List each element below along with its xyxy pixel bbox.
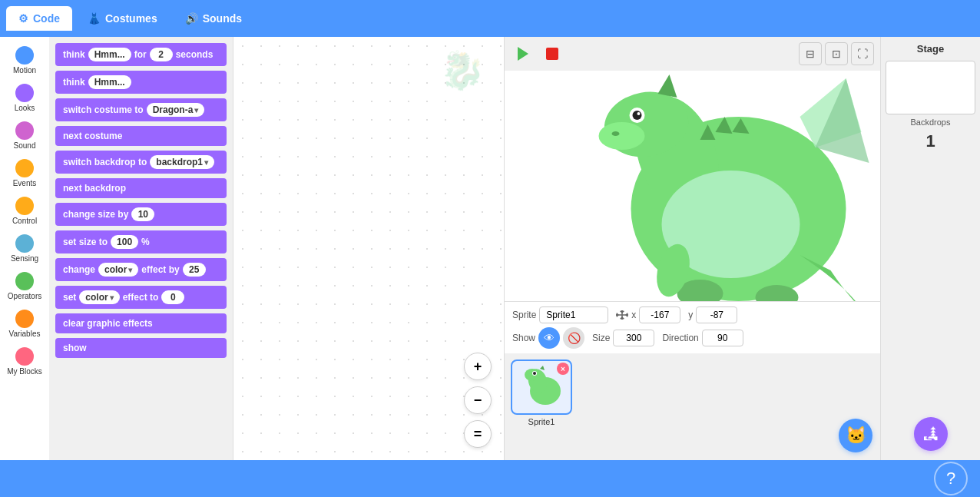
sprite-delete-badge[interactable]: × <box>557 363 569 375</box>
layout-small-button[interactable]: ⊟ <box>799 42 822 65</box>
right-panel: Stage Backdrops 1 🏞 <box>880 37 980 460</box>
block-set-size[interactable]: set size to 100 % <box>55 230 227 253</box>
sprite-info-row: Sprite x <box>512 306 872 323</box>
sidebar-item-events[interactable]: Events <box>2 156 47 191</box>
add-backdrop-area: 🏞 <box>881 417 980 460</box>
stage-canvas <box>505 71 880 301</box>
watermark-dragon-icon: 🐉 <box>439 49 485 92</box>
block-change-size[interactable]: change size by 10 <box>55 203 227 226</box>
svg-marker-32 <box>540 366 545 370</box>
y-coord-section: y <box>688 306 737 323</box>
svg-marker-26 <box>625 313 628 317</box>
events-dot <box>15 159 34 177</box>
sounds-icon: 🔊 <box>185 12 198 25</box>
sidebar-item-operators[interactable]: Operators <box>2 269 47 303</box>
script-area[interactable]: 🐉 🏁 when this sprite clicked go to rando… <box>233 37 504 460</box>
sidebar-item-myblocks[interactable]: My Blocks <box>2 344 47 379</box>
control-label: Control <box>12 217 37 225</box>
stage-mini-thumb[interactable] <box>886 61 975 114</box>
sprite-thumb-label: Sprite1 <box>528 417 555 426</box>
layout-medium-button[interactable]: ⊡ <box>825 42 848 65</box>
block-clear-effects[interactable]: clear graphic effects <box>55 313 227 333</box>
code-icon: ⚙ <box>18 12 28 25</box>
zoom-in-button[interactable]: + <box>464 353 492 380</box>
zoom-reset-button[interactable]: = <box>464 420 492 448</box>
stage-mini-label: Stage <box>881 37 980 61</box>
add-sprite-button[interactable]: 🐱 <box>839 419 872 452</box>
sidebar-item-variables[interactable]: Variables <box>2 306 47 341</box>
costumes-icon: 👗 <box>88 12 101 25</box>
sprite-name-input[interactable] <box>539 306 608 323</box>
flag-button[interactable] <box>511 41 535 66</box>
layout-large-button[interactable]: ⛶ <box>851 42 874 65</box>
size-input[interactable] <box>613 330 654 346</box>
dragon-svg <box>505 71 880 301</box>
sprite-info-panel: Sprite x <box>505 301 880 353</box>
tab-costumes-label: Costumes <box>105 12 157 25</box>
sprite-name-section: Sprite <box>512 306 608 323</box>
block-set-color-effect[interactable]: set color effect to 0 <box>55 286 227 309</box>
sidebar-item-sensing[interactable]: Sensing <box>2 231 47 266</box>
sidebar-item-control[interactable]: Control <box>2 194 47 228</box>
backdrops-label: Backdrops <box>881 114 980 130</box>
zoom-out-button[interactable]: − <box>464 386 492 414</box>
x-input[interactable] <box>639 306 680 323</box>
sensing-dot <box>15 234 34 253</box>
sidebar-item-motion[interactable]: Motion <box>2 43 47 78</box>
sensing-label: Sensing <box>11 254 38 263</box>
block-think-seconds[interactable]: think Hmm... for 2 seconds <box>55 43 227 66</box>
show-eye-button[interactable]: 👁 <box>538 327 560 349</box>
block-switch-backdrop[interactable]: switch backdrop to backdrop1 <box>55 151 227 174</box>
categories-panel: Motion Looks Sound Events Control Sensin… <box>0 37 49 460</box>
top-nav: ⚙ Code 👗 Costumes 🔊 Sounds <box>0 0 980 37</box>
sprite-thumb-sprite1[interactable]: × Sprite1 <box>511 359 572 426</box>
backdrop-count: 1 <box>881 130 980 153</box>
tab-costumes[interactable]: 👗 Costumes <box>75 6 170 31</box>
sidebar-item-sound[interactable]: Sound <box>2 118 47 153</box>
svg-point-10 <box>612 131 620 136</box>
layout-buttons: ⊟ ⊡ ⛶ <box>799 42 874 65</box>
svg-point-29 <box>525 369 540 381</box>
hide-eye-button[interactable]: 🚫 <box>563 327 584 349</box>
size-section: Size <box>592 330 654 346</box>
svg-point-31 <box>533 372 536 375</box>
blocks-panel: think Hmm... for 2 seconds think Hmm... … <box>49 37 233 460</box>
tab-sounds[interactable]: 🔊 Sounds <box>173 6 254 31</box>
add-backdrop-button[interactable]: 🏞 <box>914 417 948 451</box>
block-next-backdrop[interactable]: next backdrop <box>55 178 227 198</box>
xy-arrows-icon <box>616 310 628 320</box>
block-show[interactable]: show <box>55 338 227 358</box>
sidebar-item-looks[interactable]: Looks <box>2 81 47 115</box>
tab-sounds-label: Sounds <box>203 12 242 25</box>
y-label: y <box>688 310 693 320</box>
stop-button[interactable] <box>540 41 564 66</box>
operators-label: Operators <box>8 292 41 300</box>
direction-section: Direction <box>662 330 743 346</box>
svg-point-8 <box>633 111 642 120</box>
block-change-color-effect[interactable]: change color effect by 25 <box>55 258 227 281</box>
svg-marker-23 <box>620 310 624 313</box>
direction-label: Direction <box>662 333 698 343</box>
looks-dot <box>15 84 34 102</box>
looks-label: Looks <box>15 104 35 112</box>
flag-icon <box>514 45 532 63</box>
tab-code[interactable]: ⚙ Code <box>6 6 72 31</box>
playback-controls <box>511 41 564 66</box>
y-input[interactable] <box>696 306 737 323</box>
x-coord-section: x <box>616 306 680 323</box>
block-think[interactable]: think Hmm... <box>55 71 227 94</box>
block-switch-costume[interactable]: switch costume to Dragon-a <box>55 98 227 121</box>
svg-rect-1 <box>546 48 558 60</box>
direction-input[interactable] <box>702 330 743 346</box>
myblocks-label: My Blocks <box>7 367 42 376</box>
control-dot <box>15 197 34 215</box>
show-section: Show 👁 🚫 <box>512 327 584 349</box>
svg-marker-24 <box>620 316 624 320</box>
size-label: Size <box>592 333 610 343</box>
add-sprite-area: 🐱 <box>839 419 872 452</box>
block-next-costume[interactable]: next costume <box>55 126 227 146</box>
help-button[interactable]: ? <box>934 462 968 495</box>
stop-icon <box>543 45 561 63</box>
svg-marker-0 <box>518 47 528 61</box>
show-label: Show <box>512 333 535 343</box>
